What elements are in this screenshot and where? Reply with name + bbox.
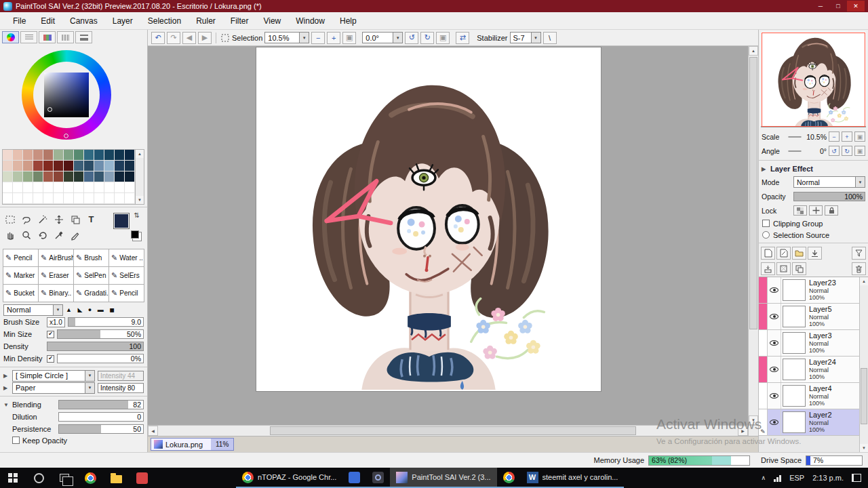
swatch-empty[interactable] xyxy=(23,193,33,204)
start-button[interactable] xyxy=(0,468,26,488)
swatch-tab[interactable] xyxy=(39,31,56,43)
lasso-tool[interactable] xyxy=(19,212,33,226)
swatch-empty[interactable] xyxy=(125,182,135,193)
swatch-empty[interactable] xyxy=(54,182,64,193)
expander-icon[interactable]: ▶ xyxy=(3,373,9,379)
zoom-select[interactable]: 10.5%▼ xyxy=(264,32,309,43)
scroll-left-icon[interactable]: ◀ xyxy=(148,426,158,436)
task-view-button[interactable] xyxy=(52,468,77,488)
taskbar-window-chrome2[interactable] xyxy=(497,468,521,488)
brush-shape-select[interactable]: [ Simple Circle ]▼ xyxy=(12,370,95,382)
text-tool[interactable]: T xyxy=(84,212,98,226)
next-view-button[interactable]: ▶ xyxy=(198,32,212,44)
cortana-search-button[interactable] xyxy=(26,468,52,488)
swatch[interactable] xyxy=(54,171,64,182)
swatch[interactable] xyxy=(3,171,13,182)
menu-file[interactable]: File xyxy=(5,14,33,28)
rotate-cw-button[interactable]: ↻ xyxy=(420,32,434,44)
new-layer-button[interactable] xyxy=(761,247,775,260)
swatch-empty[interactable] xyxy=(74,182,84,193)
lock-opacity-button[interactable] xyxy=(793,205,807,216)
selection-pen-tool[interactable] xyxy=(68,228,82,242)
menu-edit[interactable]: Edit xyxy=(33,14,62,28)
tool-pencil2[interactable]: ✎Pencil xyxy=(109,285,144,302)
zoom-in-button[interactable]: + xyxy=(327,32,340,44)
swatch[interactable] xyxy=(74,171,84,182)
swatch-empty[interactable] xyxy=(13,182,23,193)
angle-select[interactable]: 0.0°▼ xyxy=(362,32,403,43)
rotate-view-tool[interactable] xyxy=(35,228,50,242)
dilution-slider[interactable]: 0 xyxy=(58,412,144,422)
expander-down-icon[interactable]: ▼ xyxy=(3,402,9,408)
swatch[interactable] xyxy=(125,150,135,161)
density-slider[interactable]: 100 xyxy=(47,342,144,351)
menu-filter[interactable]: Filter xyxy=(223,14,256,28)
swatch-empty[interactable] xyxy=(3,193,13,204)
canvas[interactable] xyxy=(256,47,601,391)
menu-ruler[interactable]: Ruler xyxy=(189,14,223,28)
layer-row-layer5[interactable]: Layer5Normal100% xyxy=(759,304,859,330)
layer-row-layer3[interactable]: Layer3Normal100% xyxy=(759,330,859,357)
scroll-down-icon[interactable]: ▼ xyxy=(749,415,758,425)
layer-editing-mark[interactable]: ✎ xyxy=(759,409,768,435)
expander-icon[interactable]: ▶ xyxy=(3,385,9,391)
rgb-slider-tab[interactable] xyxy=(20,31,37,43)
scratchpad-tab[interactable] xyxy=(57,31,74,43)
visibility-toggle[interactable] xyxy=(768,277,781,303)
hue-marker[interactable] xyxy=(64,134,68,138)
swatch[interactable] xyxy=(115,171,125,182)
angle-reset-button[interactable]: ▣ xyxy=(436,32,450,44)
brush-size-slider[interactable]: 9.0 xyxy=(68,317,144,327)
close-button[interactable]: ✕ xyxy=(847,1,865,12)
color-mixer-tab[interactable] xyxy=(75,31,92,43)
swatch[interactable] xyxy=(43,171,54,182)
swatch[interactable] xyxy=(74,161,84,171)
copy-layer-button[interactable] xyxy=(792,262,806,275)
tool-selpen[interactable]: ✎SelPen xyxy=(74,267,109,285)
palette-scrollbar[interactable]: ▲ ▼ xyxy=(136,149,144,205)
marquee-tool[interactable] xyxy=(3,212,17,226)
merge-down-button[interactable] xyxy=(761,262,775,275)
layer-row-layer23[interactable]: Layer23Normal100% xyxy=(759,277,859,304)
color-wheel[interactable] xyxy=(0,45,147,148)
min-density-slider[interactable]: 0% xyxy=(57,354,144,363)
new-folder-button[interactable] xyxy=(792,247,806,260)
swatch-empty[interactable] xyxy=(54,193,64,204)
sv-marker[interactable] xyxy=(47,107,52,112)
swatch[interactable] xyxy=(43,150,54,161)
layer-mark[interactable] xyxy=(759,357,768,382)
canvas-area[interactable] xyxy=(148,46,748,425)
magic-wand-tool[interactable] xyxy=(35,212,50,226)
scroll-right-icon[interactable]: ▶ xyxy=(738,426,748,436)
swatch-empty[interactable] xyxy=(74,193,84,204)
clear-layer-button[interactable] xyxy=(776,262,791,275)
layer-mark[interactable] xyxy=(759,330,768,356)
swatch-empty[interactable] xyxy=(23,182,33,193)
layer-mode-select[interactable]: Normal▼ xyxy=(793,176,865,188)
visibility-toggle[interactable] xyxy=(768,383,781,409)
network-icon[interactable] xyxy=(774,474,781,482)
layer-mark[interactable] xyxy=(759,304,768,329)
swatch[interactable] xyxy=(64,161,74,171)
pinned-explorer-button[interactable] xyxy=(103,468,129,488)
blending-slider[interactable]: 82 xyxy=(58,400,144,409)
transfer-down-button[interactable] xyxy=(808,247,822,260)
new-linework-layer-button[interactable] xyxy=(776,247,791,260)
swatch-empty[interactable] xyxy=(33,193,43,204)
pinned-chrome-button[interactable] xyxy=(77,468,103,488)
tool-bucket[interactable]: ✎Bucket xyxy=(3,285,39,302)
visibility-toggle[interactable] xyxy=(768,357,781,382)
tool-gradation[interactable]: ✎Gradati.. xyxy=(74,285,109,302)
clock[interactable]: 2:13 p.m. xyxy=(812,474,844,482)
zoom-out-button[interactable]: − xyxy=(311,32,325,44)
swatch[interactable] xyxy=(23,171,33,182)
swatch[interactable] xyxy=(74,150,84,161)
layer-filter-button[interactable] xyxy=(852,247,866,260)
swatch[interactable] xyxy=(33,161,43,171)
swatch-empty[interactable] xyxy=(104,182,115,193)
stroke-smoothing-button[interactable]: \ xyxy=(543,32,557,44)
swatch[interactable] xyxy=(84,171,94,182)
min-density-checkbox[interactable]: ✔ xyxy=(47,355,54,363)
scroll-up-icon[interactable]: ▲ xyxy=(749,46,758,56)
texture-intensity[interactable]: Intensity 80 xyxy=(98,383,144,393)
